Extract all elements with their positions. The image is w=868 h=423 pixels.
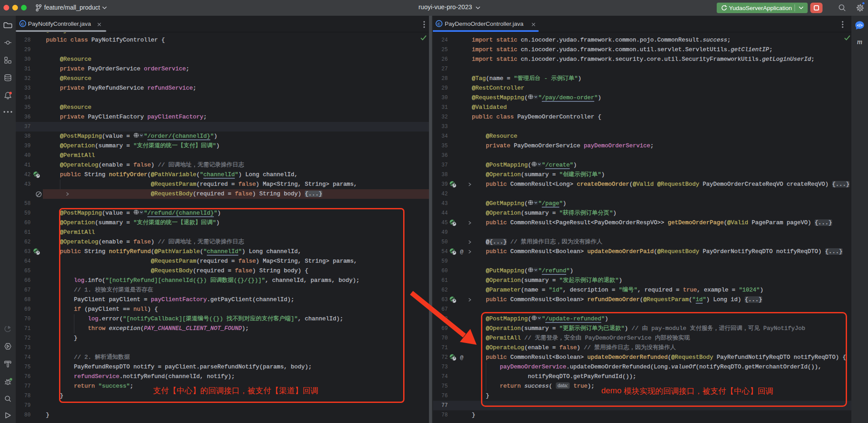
svg-text:</>: </> [857, 23, 862, 28]
svg-text:C: C [438, 21, 441, 26]
svg-text:C: C [21, 21, 24, 26]
